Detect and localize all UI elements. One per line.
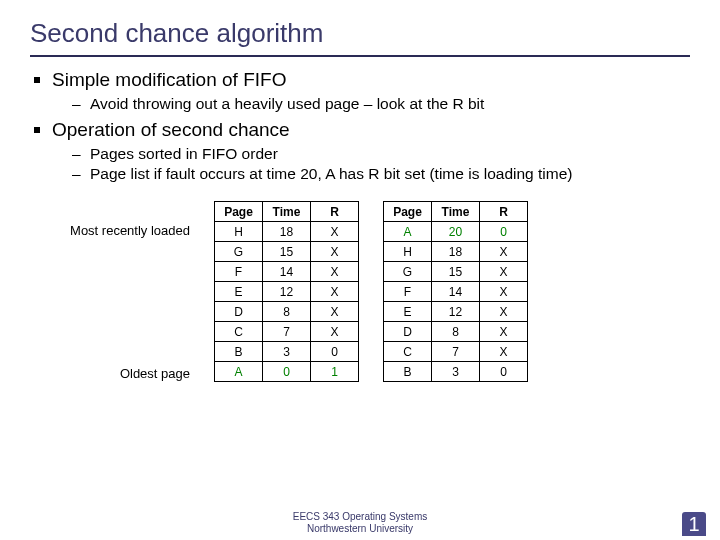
cell-time: 0	[263, 362, 311, 382]
table-row: E12X	[384, 302, 528, 322]
col-time: Time	[263, 202, 311, 222]
cell-r: X	[480, 322, 528, 342]
cell-page: G	[384, 262, 432, 282]
table-row: G15X	[384, 262, 528, 282]
bullet-2: Operation of second chance	[30, 119, 690, 141]
cell-r: X	[480, 342, 528, 362]
bullet-2a: Pages sorted in FIFO order	[30, 145, 690, 163]
cell-page: B	[384, 362, 432, 382]
table-row: F14X	[384, 282, 528, 302]
bullet-1: Simple modification of FIFO	[30, 69, 690, 91]
cell-r: 0	[480, 222, 528, 242]
page-number: 1	[682, 512, 706, 536]
cell-r: X	[311, 322, 359, 342]
table-after-body: A200H18XG15XF14XE12XD8XC7XB30	[384, 222, 528, 382]
cell-page: C	[384, 342, 432, 362]
table-row: G15X	[215, 242, 359, 262]
cell-time: 3	[432, 362, 480, 382]
footer-line2: Northwestern University	[0, 523, 720, 535]
table-header-row: Page Time R	[384, 202, 528, 222]
cell-r: X	[311, 302, 359, 322]
table-row: A200	[384, 222, 528, 242]
footer-line1: EECS 343 Operating Systems	[0, 511, 720, 523]
cell-time: 18	[432, 242, 480, 262]
col-r: R	[311, 202, 359, 222]
table-row: B30	[215, 342, 359, 362]
cell-page: D	[215, 302, 263, 322]
table-row: D8X	[384, 322, 528, 342]
footer: EECS 343 Operating Systems Northwestern …	[0, 511, 720, 534]
table-header-row: Page Time R	[215, 202, 359, 222]
table-row: B30	[384, 362, 528, 382]
table-before-body: H18XG15XF14XE12XD8XC7XB30A01	[215, 222, 359, 382]
slide: Second chance algorithm Simple modificat…	[0, 0, 720, 382]
table-row: C7X	[384, 342, 528, 362]
cell-r: 0	[311, 342, 359, 362]
cell-page: H	[384, 242, 432, 262]
label-mru: Most recently loaded	[70, 223, 190, 238]
cell-time: 15	[432, 262, 480, 282]
table-after: Page Time R A200H18XG15XF14XE12XD8XC7XB3…	[383, 201, 528, 382]
cell-time: 18	[263, 222, 311, 242]
table-row: A01	[215, 362, 359, 382]
cell-page: F	[215, 262, 263, 282]
tables-container: Most recently loaded Oldest page Page Ti…	[70, 201, 690, 382]
cell-time: 12	[263, 282, 311, 302]
cell-page: E	[384, 302, 432, 322]
cell-page: G	[215, 242, 263, 262]
cell-time: 12	[432, 302, 480, 322]
cell-page: A	[215, 362, 263, 382]
cell-r: 1	[311, 362, 359, 382]
bullet-2b: Page list if fault occurs at time 20, A …	[30, 165, 690, 183]
col-page: Page	[215, 202, 263, 222]
table-row: D8X	[215, 302, 359, 322]
table-row: H18X	[215, 222, 359, 242]
col-r: R	[480, 202, 528, 222]
row-labels: Most recently loaded Oldest page	[70, 201, 190, 381]
cell-time: 14	[432, 282, 480, 302]
cell-r: 0	[480, 362, 528, 382]
table-row: H18X	[384, 242, 528, 262]
cell-page: C	[215, 322, 263, 342]
cell-r: X	[480, 302, 528, 322]
cell-r: X	[311, 262, 359, 282]
cell-page: F	[384, 282, 432, 302]
cell-r: X	[311, 222, 359, 242]
cell-r: X	[480, 242, 528, 262]
label-oldest: Oldest page	[70, 366, 190, 381]
table-before: Page Time R H18XG15XF14XE12XD8XC7XB30A01	[214, 201, 359, 382]
cell-r: X	[311, 282, 359, 302]
title-rule	[30, 55, 690, 57]
cell-r: X	[480, 282, 528, 302]
cell-time: 8	[263, 302, 311, 322]
cell-time: 15	[263, 242, 311, 262]
cell-r: X	[480, 262, 528, 282]
cell-time: 14	[263, 262, 311, 282]
table-row: E12X	[215, 282, 359, 302]
bullet-1a: Avoid throwing out a heavily used page –…	[30, 95, 690, 113]
cell-time: 8	[432, 322, 480, 342]
table-row: F14X	[215, 262, 359, 282]
cell-page: H	[215, 222, 263, 242]
cell-time: 7	[263, 322, 311, 342]
cell-page: E	[215, 282, 263, 302]
cell-r: X	[311, 242, 359, 262]
cell-page: B	[215, 342, 263, 362]
col-time: Time	[432, 202, 480, 222]
col-page: Page	[384, 202, 432, 222]
page-title: Second chance algorithm	[30, 18, 690, 49]
cell-page: A	[384, 222, 432, 242]
cell-page: D	[384, 322, 432, 342]
table-row: C7X	[215, 322, 359, 342]
cell-time: 7	[432, 342, 480, 362]
cell-time: 3	[263, 342, 311, 362]
cell-time: 20	[432, 222, 480, 242]
